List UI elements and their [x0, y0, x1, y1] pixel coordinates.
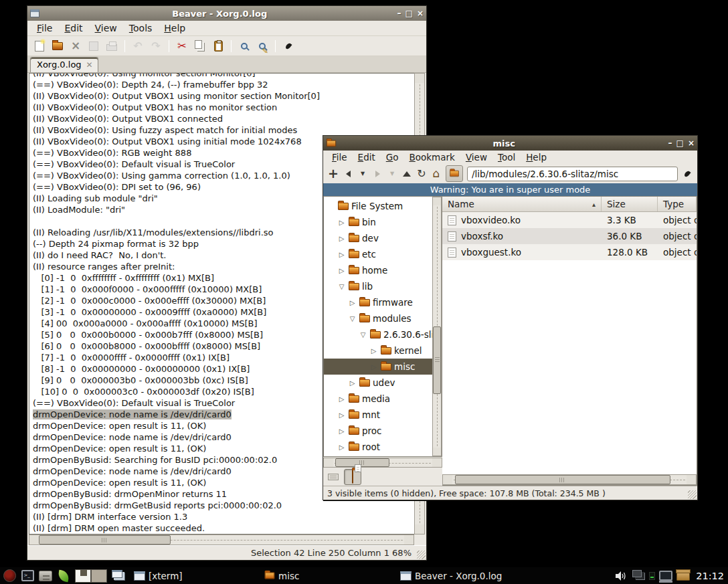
file-manager-launcher[interactable]	[39, 569, 52, 583]
list-hscroll-thumb[interactable]	[455, 475, 670, 484]
menu-help[interactable]: Help	[159, 21, 191, 35]
minimize-button[interactable]: –	[397, 9, 401, 17]
scroll-down-button[interactable]	[415, 524, 424, 534]
file-row-vboxvideo-ko[interactable]: vboxvideo.ko3.3 KBobject code	[442, 212, 697, 228]
refresh-button[interactable]: ↻	[416, 167, 427, 181]
tree-item-root[interactable]: ▷root	[324, 439, 432, 455]
fm-titlebar[interactable]: misc – □ ×	[323, 136, 697, 151]
tree-item-firmware[interactable]: ▷firmware	[324, 294, 432, 310]
menu-bookmark[interactable]: Bookmark	[405, 151, 460, 164]
collapse-arrow-icon[interactable]: ▽	[337, 283, 346, 290]
tree-item-lib[interactable]: ▽lib	[324, 278, 432, 294]
column-header-size[interactable]: Size	[602, 197, 658, 211]
workspace-pager[interactable]	[75, 569, 107, 583]
cpu-monitor[interactable]	[649, 572, 655, 580]
task-xterm[interactable]: [xterm]	[134, 571, 183, 581]
expand-arrow-icon[interactable]: ▷	[348, 299, 357, 306]
expand-arrow-icon[interactable]: ▷	[337, 235, 346, 242]
close-button[interactable]: ×	[417, 9, 424, 17]
scroll-right-button[interactable]	[432, 458, 442, 467]
menu-go[interactable]: Go	[381, 151, 403, 164]
copy-button[interactable]	[192, 38, 208, 54]
expand-arrow-icon[interactable]: ▷	[337, 444, 346, 451]
task-beaver[interactable]: Beaver - Xorg.0.log	[400, 567, 502, 584]
menu-view[interactable]: View	[90, 21, 122, 35]
tree-item-home[interactable]: ▷home	[324, 262, 432, 278]
scroll-up-button[interactable]	[433, 197, 441, 205]
menu-tools[interactable]: Tools	[124, 21, 158, 35]
pointer-button[interactable]	[280, 38, 296, 54]
slitaz-tools-launcher[interactable]	[57, 569, 70, 583]
scroll-up-button[interactable]	[415, 74, 424, 83]
maximize-button[interactable]: □	[676, 139, 684, 147]
tree-vscroll-thumb[interactable]	[433, 326, 441, 394]
terminal-launcher[interactable]: >_	[21, 569, 34, 583]
expand-arrow-icon[interactable]: ▷	[369, 347, 378, 355]
menu-edit[interactable]: Edit	[353, 151, 380, 164]
resize-grip[interactable]	[417, 551, 426, 559]
menu-help[interactable]: Help	[521, 151, 551, 164]
workspace-1[interactable]	[75, 569, 91, 583]
file-row-vboxsf-ko[interactable]: vboxsf.ko36.0 KBobject code	[442, 228, 697, 244]
collapse-arrow-icon[interactable]: ▽	[348, 315, 357, 322]
expand-arrow-icon[interactable]: ▷	[337, 395, 346, 403]
menu-edit[interactable]: Edit	[59, 21, 88, 35]
places-view-toggle[interactable]	[325, 469, 342, 485]
new-button[interactable]	[31, 38, 48, 54]
new-tab-button[interactable]: +	[328, 167, 339, 181]
expand-arrow-icon[interactable]: ▷	[348, 379, 357, 387]
tree-item-proc[interactable]: ▷proc	[324, 423, 432, 439]
tree-item-misc[interactable]: ▷misc	[324, 359, 432, 375]
replace-button[interactable]: ✎	[254, 38, 270, 54]
find-button[interactable]	[236, 38, 252, 54]
scroll-left-button[interactable]	[324, 458, 333, 467]
tree-item-etc[interactable]: ▷etc	[324, 246, 432, 262]
tree-hscroll-thumb[interactable]	[335, 458, 389, 467]
editor-horizontal-scrollbar[interactable]	[29, 534, 414, 545]
menu-view[interactable]: View	[461, 151, 492, 164]
scroll-left-button[interactable]	[443, 475, 452, 484]
menu-file[interactable]: File	[31, 21, 58, 35]
menu-file[interactable]: File	[327, 151, 352, 164]
workspace-2[interactable]	[91, 569, 107, 583]
path-input[interactable]	[467, 167, 678, 181]
list-horizontal-scrollbar[interactable]	[442, 474, 697, 485]
expand-arrow-icon[interactable]: ▷	[337, 267, 346, 274]
expand-arrow-icon[interactable]: ▷	[337, 411, 346, 419]
tree-item-modules[interactable]: ▽modules	[324, 310, 432, 326]
column-header-name[interactable]: Name▴	[442, 197, 602, 211]
side-pane-toggle-button[interactable]	[446, 165, 463, 182]
task-misc[interactable]: misc	[264, 567, 299, 584]
scroll-right-button[interactable]	[404, 535, 414, 545]
column-header-type[interactable]: Type	[658, 197, 697, 211]
package-manager[interactable]	[676, 569, 690, 583]
forward-button[interactable]	[372, 167, 383, 181]
home-button[interactable]: ⌂	[431, 167, 442, 181]
display-settings[interactable]	[659, 569, 672, 583]
back-button[interactable]	[343, 167, 353, 181]
beaver-titlebar[interactable]: Beaver - Xorg.0.log – □ ×	[27, 6, 426, 21]
tab-xorg-log[interactable]: Xorg.0.log ✕	[30, 57, 98, 72]
expand-arrow-icon[interactable]: ▷	[337, 427, 346, 435]
up-button[interactable]	[401, 167, 412, 181]
expand-arrow-icon[interactable]: ▷	[337, 219, 346, 226]
tree-item-udev[interactable]: ▷udev	[324, 375, 432, 391]
tree-horizontal-scrollbar[interactable]	[323, 458, 442, 468]
tree-item-mnt[interactable]: ▷mnt	[324, 407, 432, 423]
menu-button[interactable]	[3, 569, 16, 583]
tree-item-kernel[interactable]: ▷kernel	[324, 343, 432, 359]
scroll-left-button[interactable]	[29, 535, 39, 545]
scroll-right-button[interactable]	[687, 475, 696, 484]
tree-item-file-system[interactable]: File System	[324, 198, 432, 214]
forward-history-dropdown[interactable]: ▼	[387, 167, 397, 181]
network-status[interactable]	[632, 569, 645, 583]
tree-item-2-6-30-6-slitaz[interactable]: ▽2.6.30.6-slitaz	[324, 326, 432, 343]
hscroll-thumb[interactable]	[39, 535, 171, 545]
tree-item-dev[interactable]: ▷dev	[324, 230, 432, 246]
tab-close-icon[interactable]: ✕	[86, 61, 93, 69]
open-button[interactable]	[50, 38, 66, 54]
back-history-dropdown[interactable]: ▼	[357, 167, 368, 181]
scroll-down-button[interactable]	[433, 448, 441, 456]
tree-item-media[interactable]: ▷media	[324, 391, 432, 407]
tree-vertical-scrollbar[interactable]	[432, 197, 442, 456]
